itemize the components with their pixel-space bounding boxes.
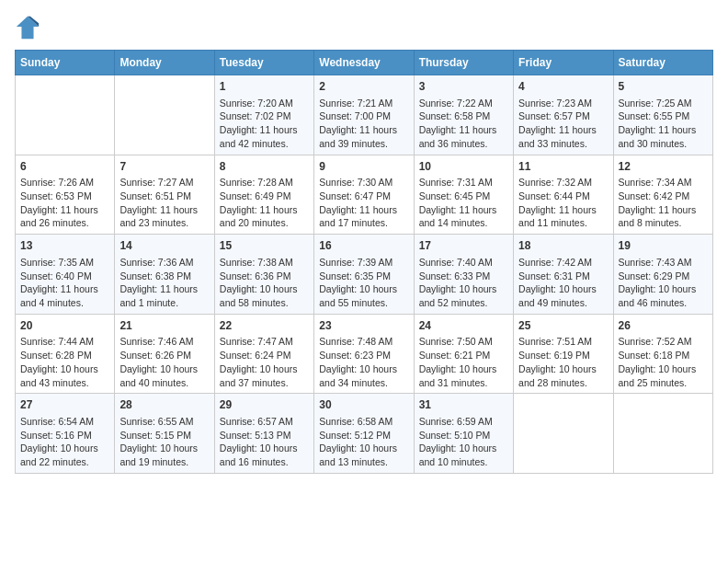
day-number: 1 [220,79,309,95]
day-number: 14 [119,238,209,254]
day-info: Sunrise: 7:35 AM Sunset: 6:40 PM Dayligh… [20,256,109,310]
day-number: 18 [518,238,608,254]
calendar-cell: 21Sunrise: 7:46 AM Sunset: 6:26 PM Dayli… [115,314,214,394]
logo [15,15,42,40]
day-number: 26 [619,318,708,334]
day-info: Sunrise: 7:26 AM Sunset: 6:53 PM Dayligh… [20,176,109,230]
calendar-cell: 24Sunrise: 7:50 AM Sunset: 6:21 PM Dayli… [414,314,513,394]
calendar-cell: 2Sunrise: 7:21 AM Sunset: 7:00 PM Daylig… [314,75,414,155]
calendar-cell: 6Sunrise: 7:26 AM Sunset: 6:53 PM Daylig… [16,155,115,235]
col-header-wednesday: Wednesday [314,51,414,75]
day-number: 15 [220,238,309,254]
calendar-week-row: 13Sunrise: 7:35 AM Sunset: 6:40 PM Dayli… [16,235,713,315]
day-number: 9 [319,159,408,175]
day-number: 5 [619,79,708,95]
calendar-cell [514,394,613,474]
calendar-cell: 4Sunrise: 7:23 AM Sunset: 6:57 PM Daylig… [514,75,613,155]
col-header-thursday: Thursday [414,51,513,75]
calendar-cell: 14Sunrise: 7:36 AM Sunset: 6:38 PM Dayli… [115,235,214,315]
svg-marker-0 [17,17,39,39]
day-info: Sunrise: 7:20 AM Sunset: 7:02 PM Dayligh… [220,97,309,151]
calendar-cell: 22Sunrise: 7:47 AM Sunset: 6:24 PM Dayli… [214,314,313,394]
day-info: Sunrise: 7:25 AM Sunset: 6:55 PM Dayligh… [619,97,708,151]
calendar-week-row: 6Sunrise: 7:26 AM Sunset: 6:53 PM Daylig… [16,155,713,235]
calendar-table: SundayMondayTuesdayWednesdayThursdayFrid… [15,50,713,474]
calendar-cell: 13Sunrise: 7:35 AM Sunset: 6:40 PM Dayli… [16,235,115,315]
day-info: Sunrise: 7:42 AM Sunset: 6:31 PM Dayligh… [518,256,608,310]
day-number: 2 [319,79,408,95]
day-number: 31 [419,397,508,413]
page-header [15,15,713,40]
day-info: Sunrise: 6:58 AM Sunset: 5:12 PM Dayligh… [319,415,408,469]
day-number: 21 [119,318,209,334]
day-info: Sunrise: 7:46 AM Sunset: 6:26 PM Dayligh… [119,335,209,389]
calendar-cell: 31Sunrise: 6:59 AM Sunset: 5:10 PM Dayli… [414,394,513,474]
day-number: 8 [220,159,309,175]
calendar-cell: 18Sunrise: 7:42 AM Sunset: 6:31 PM Dayli… [514,235,613,315]
day-number: 3 [419,79,508,95]
col-header-saturday: Saturday [613,51,712,75]
calendar-cell: 26Sunrise: 7:52 AM Sunset: 6:18 PM Dayli… [613,314,712,394]
calendar-cell: 9Sunrise: 7:30 AM Sunset: 6:47 PM Daylig… [314,155,414,235]
col-header-monday: Monday [115,51,214,75]
day-number: 22 [220,318,309,334]
col-header-tuesday: Tuesday [214,51,313,75]
day-info: Sunrise: 7:39 AM Sunset: 6:35 PM Dayligh… [319,256,408,310]
calendar-cell [115,75,214,155]
calendar-week-row: 1Sunrise: 7:20 AM Sunset: 7:02 PM Daylig… [16,75,713,155]
calendar-cell: 27Sunrise: 6:54 AM Sunset: 5:16 PM Dayli… [16,394,115,474]
day-number: 10 [419,159,508,175]
day-number: 13 [20,238,109,254]
col-header-sunday: Sunday [16,51,115,75]
day-info: Sunrise: 7:31 AM Sunset: 6:45 PM Dayligh… [419,176,508,230]
calendar-week-row: 27Sunrise: 6:54 AM Sunset: 5:16 PM Dayli… [16,394,713,474]
day-number: 6 [20,159,109,175]
calendar-cell: 10Sunrise: 7:31 AM Sunset: 6:45 PM Dayli… [414,155,513,235]
day-info: Sunrise: 7:48 AM Sunset: 6:23 PM Dayligh… [319,335,408,389]
day-info: Sunrise: 6:59 AM Sunset: 5:10 PM Dayligh… [419,415,508,469]
day-number: 4 [518,79,608,95]
calendar-cell: 3Sunrise: 7:22 AM Sunset: 6:58 PM Daylig… [414,75,513,155]
day-info: Sunrise: 7:32 AM Sunset: 6:44 PM Dayligh… [518,176,608,230]
calendar-cell [613,394,712,474]
calendar-cell [16,75,115,155]
day-info: Sunrise: 7:27 AM Sunset: 6:51 PM Dayligh… [119,176,209,230]
calendar-week-row: 20Sunrise: 7:44 AM Sunset: 6:28 PM Dayli… [16,314,713,394]
day-number: 29 [220,397,309,413]
day-number: 23 [319,318,408,334]
day-info: Sunrise: 6:54 AM Sunset: 5:16 PM Dayligh… [20,415,109,469]
day-number: 20 [20,318,109,334]
day-info: Sunrise: 7:52 AM Sunset: 6:18 PM Dayligh… [619,335,708,389]
calendar-cell: 19Sunrise: 7:43 AM Sunset: 6:29 PM Dayli… [613,235,712,315]
calendar-cell: 17Sunrise: 7:40 AM Sunset: 6:33 PM Dayli… [414,235,513,315]
day-info: Sunrise: 7:38 AM Sunset: 6:36 PM Dayligh… [220,256,309,310]
day-info: Sunrise: 7:34 AM Sunset: 6:42 PM Dayligh… [619,176,708,230]
day-number: 12 [619,159,708,175]
day-info: Sunrise: 7:43 AM Sunset: 6:29 PM Dayligh… [619,256,708,310]
day-number: 24 [419,318,508,334]
calendar-cell: 1Sunrise: 7:20 AM Sunset: 7:02 PM Daylig… [214,75,313,155]
day-info: Sunrise: 6:57 AM Sunset: 5:13 PM Dayligh… [220,415,309,469]
day-info: Sunrise: 7:21 AM Sunset: 7:00 PM Dayligh… [319,97,408,151]
logo-icon [15,15,40,40]
day-number: 7 [119,159,209,175]
calendar-cell: 15Sunrise: 7:38 AM Sunset: 6:36 PM Dayli… [214,235,313,315]
calendar-cell: 23Sunrise: 7:48 AM Sunset: 6:23 PM Dayli… [314,314,414,394]
calendar-cell: 28Sunrise: 6:55 AM Sunset: 5:15 PM Dayli… [115,394,214,474]
calendar-cell: 29Sunrise: 6:57 AM Sunset: 5:13 PM Dayli… [214,394,313,474]
calendar-cell: 20Sunrise: 7:44 AM Sunset: 6:28 PM Dayli… [16,314,115,394]
day-number: 16 [319,238,408,254]
calendar-cell: 8Sunrise: 7:28 AM Sunset: 6:49 PM Daylig… [214,155,313,235]
day-number: 11 [518,159,608,175]
day-info: Sunrise: 7:51 AM Sunset: 6:19 PM Dayligh… [518,335,608,389]
day-info: Sunrise: 7:47 AM Sunset: 6:24 PM Dayligh… [220,335,309,389]
day-number: 19 [619,238,708,254]
day-info: Sunrise: 7:50 AM Sunset: 6:21 PM Dayligh… [419,335,508,389]
day-info: Sunrise: 7:22 AM Sunset: 6:58 PM Dayligh… [419,97,508,151]
calendar-cell: 5Sunrise: 7:25 AM Sunset: 6:55 PM Daylig… [613,75,712,155]
day-info: Sunrise: 7:36 AM Sunset: 6:38 PM Dayligh… [119,256,209,310]
calendar-cell: 30Sunrise: 6:58 AM Sunset: 5:12 PM Dayli… [314,394,414,474]
day-info: Sunrise: 7:30 AM Sunset: 6:47 PM Dayligh… [319,176,408,230]
day-info: Sunrise: 7:28 AM Sunset: 6:49 PM Dayligh… [220,176,309,230]
col-header-friday: Friday [514,51,613,75]
